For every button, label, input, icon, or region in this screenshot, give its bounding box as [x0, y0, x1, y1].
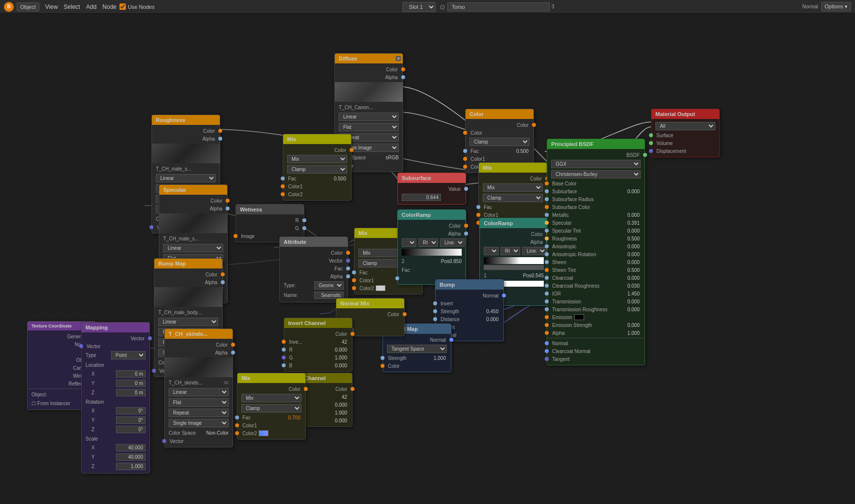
cr1-color-out[interactable]	[464, 224, 468, 228]
menu-view[interactable]: View	[45, 3, 58, 10]
pbsdf-cc-normal-in[interactable]	[545, 349, 549, 353]
attr-vector-out[interactable]	[346, 259, 350, 263]
mix1-mix-select[interactable]: Mix	[287, 155, 347, 163]
cr2-ramp-bar[interactable]	[484, 257, 544, 264]
mix2-color1-in[interactable]	[352, 278, 356, 282]
menu-add[interactable]: Add	[86, 3, 96, 10]
options-btn[interactable]: Options ▾	[821, 2, 851, 11]
mix4-color1-in[interactable]	[235, 423, 239, 427]
skindo-repeat[interactable]: Repeat	[169, 409, 229, 417]
sub-value-out[interactable]	[464, 187, 468, 191]
mix1-color-out[interactable]	[350, 148, 354, 152]
roughness-alpha-socket[interactable]	[218, 137, 222, 141]
bump-dist-in[interactable]	[433, 317, 437, 321]
map-loc-y[interactable]	[116, 380, 146, 387]
mix2-color2-in[interactable]	[352, 286, 356, 290]
nmix-color-out[interactable]	[403, 312, 407, 316]
nm-normal-out[interactable]	[449, 338, 453, 342]
mix1-clamp-select[interactable]: Clamp	[287, 165, 347, 174]
attr-type-select[interactable]: Geometry	[314, 281, 344, 290]
slot-selector[interactable]: Slot 1	[403, 2, 436, 12]
pbsdf-tangent-in[interactable]	[545, 357, 549, 361]
pbsdf-sub-color[interactable]	[545, 205, 549, 209]
roughness-vector-socket[interactable]	[149, 225, 153, 229]
mix1-fac-in[interactable]	[281, 177, 285, 180]
pbsdf-base-color[interactable]	[545, 181, 549, 185]
map-vector-out[interactable]	[148, 336, 152, 340]
mix3-fac-in[interactable]	[476, 205, 480, 209]
cr2-linear[interactable]: Linear	[522, 247, 547, 255]
map-loc-z[interactable]	[116, 389, 146, 396]
pbsdf-metallic[interactable]	[545, 213, 549, 217]
attr-color-out[interactable]	[346, 251, 350, 255]
cr2-interp[interactable]: —	[484, 247, 499, 255]
map-rot-x[interactable]	[116, 407, 146, 415]
pbsdf-sub-radius[interactable]	[545, 197, 549, 201]
diffuse-alpha-socket[interactable]	[401, 75, 405, 79]
cr1-linear[interactable]: Linear	[440, 238, 465, 247]
diffuse-close[interactable]: ✕	[396, 56, 401, 61]
node-canvas[interactable]: Diffuse ✕ Color Alpha T_CH_Canon... Line…	[0, 14, 855, 504]
pbsdf-ior[interactable]	[545, 292, 549, 296]
pbsdf-specular[interactable]	[545, 221, 549, 225]
skindo-linear[interactable]: Linear	[169, 388, 229, 396]
skindo-single[interactable]: Single Image	[169, 419, 229, 427]
color-clamp-select[interactable]: Clamp	[470, 138, 530, 146]
mix1-color1-in[interactable]	[281, 184, 285, 188]
pbsdf-roughness[interactable]	[545, 237, 549, 240]
cr2-rgb[interactable]: RGB	[501, 247, 520, 255]
mix2-fac-in[interactable]	[352, 270, 356, 274]
pbsdf-cc-rough[interactable]	[545, 284, 549, 288]
cr1-ramp[interactable]	[402, 249, 462, 256]
map-rot-y[interactable]	[116, 416, 146, 424]
material-name-input[interactable]	[447, 2, 550, 11]
mix4-color2-in[interactable]	[235, 431, 239, 435]
spec-color-socket[interactable]	[226, 199, 230, 203]
bmap-alpha-socket[interactable]	[221, 280, 225, 284]
map-sc-x[interactable]	[116, 444, 146, 451]
mix3-clamp[interactable]: Clamp	[483, 194, 543, 202]
nm-tangent-space[interactable]: Tangent Space	[387, 345, 447, 353]
pbsdf-subsurface[interactable]	[545, 189, 549, 193]
skindo-vector-in[interactable]	[162, 439, 166, 443]
attr-fac-out[interactable]	[346, 267, 350, 270]
attr-alpha-out[interactable]	[346, 274, 350, 278]
ic1-inve[interactable]	[282, 340, 286, 344]
menu-node[interactable]: Node	[102, 3, 117, 10]
ic1-color-out[interactable]	[351, 332, 354, 336]
ic2-color-out[interactable]	[351, 387, 354, 391]
skindo-alpha-out[interactable]	[231, 351, 235, 355]
mix4-mix[interactable]: Mix	[241, 394, 301, 402]
nm-strength-in[interactable]	[381, 356, 384, 360]
cr1-interp[interactable]: —	[402, 238, 416, 247]
pbsdf-clearcoat[interactable]	[545, 276, 549, 280]
bmap-vector-socket[interactable]	[152, 369, 156, 373]
mat-out-displacement[interactable]	[649, 149, 653, 153]
bump-normal-out[interactable]	[502, 294, 506, 297]
mat-out-all[interactable]: All	[655, 122, 715, 130]
pbsdf-sheen[interactable]	[545, 260, 549, 264]
pbsdf-aniso-rot[interactable]	[545, 252, 549, 256]
pbsdf-ggx[interactable]: GGX	[551, 160, 641, 168]
map-sc-z[interactable]	[116, 463, 146, 470]
spec-alpha-socket[interactable]	[226, 207, 230, 210]
pbsdf-cb[interactable]: Christensen-Burley	[551, 170, 641, 178]
diffuse-color-socket[interactable]	[401, 67, 405, 71]
bmap-color-socket[interactable]	[221, 272, 225, 276]
map-type-select[interactable]: Point	[111, 351, 146, 359]
ic1-g[interactable]	[282, 356, 286, 359]
color-fac-socket[interactable]	[463, 149, 467, 153]
map-loc-x[interactable]	[116, 370, 146, 378]
skindo-color-out[interactable]	[231, 343, 235, 347]
bump-invert-in[interactable]	[433, 301, 437, 305]
sub-value-field[interactable]	[402, 194, 441, 201]
wet-image-in[interactable]	[234, 234, 237, 238]
menu-select[interactable]: Select	[64, 3, 80, 10]
pbsdf-bsdf-out[interactable]	[643, 153, 647, 157]
cr1-fac-in[interactable]	[395, 276, 399, 280]
mix1-color2-in[interactable]	[281, 192, 285, 196]
cr1-alpha-out[interactable]	[464, 232, 468, 236]
map-rot-z[interactable]	[116, 426, 146, 433]
spec-linear[interactable]: Linear	[163, 244, 223, 252]
diffuse-flat-select[interactable]: Flat	[339, 123, 399, 131]
